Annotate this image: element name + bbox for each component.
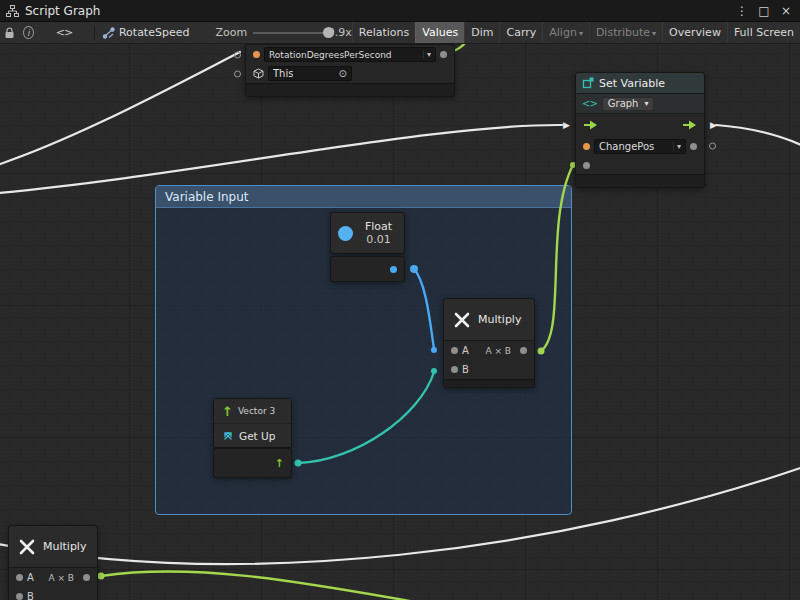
input-a-label: A [462,345,469,356]
toolbar-button-values[interactable]: Values [415,22,464,44]
name-port[interactable] [583,143,590,150]
node-title: Get Up [239,430,275,442]
multiply-icon [453,311,471,329]
wire-flow-from-set-variable[interactable] [716,125,800,150]
node-header[interactable]: Multiply [9,526,97,568]
chevron-down-icon: ▾ [652,29,656,38]
output-label: A × B [48,573,74,583]
code-icon[interactable]: <> [56,26,72,39]
output-port[interactable] [520,347,527,354]
kind-dropdown[interactable]: Graph ▾ [602,97,655,111]
toolbar-button-dim[interactable]: Dim [464,22,499,44]
get-up-title-row: Get Up [214,423,291,447]
value-output-port[interactable] [440,51,447,58]
node-title: Set Variable [599,77,665,90]
window-menu-icon[interactable]: ⋮ [734,4,750,18]
input-b-port[interactable] [16,593,23,600]
get-up-output-strip[interactable]: ↑ [213,448,292,478]
name-port[interactable] [253,51,260,58]
input-a-label: A [27,572,34,583]
node-header[interactable]: Multiply [444,299,534,341]
graph-canvas[interactable]: Variable Input RotationDegre [0,44,800,600]
multiply-node[interactable]: Multiply A A × B B [443,298,535,388]
get-up-icon [222,430,234,442]
output-port[interactable] [83,574,90,581]
input-b-row: B [444,360,534,379]
input-a-row: A A × B [444,341,534,360]
multiply-node-2[interactable]: Multiply A A × B B [8,525,98,600]
multiply-icon [18,538,36,556]
group-header[interactable]: Variable Input [156,186,571,208]
get-up-node[interactable]: ↑ Vector 3 Get Up [213,398,292,448]
toolbar-button-align[interactable]: Align▾ [542,22,589,44]
window-title: Script Graph [25,4,100,18]
graph-asset-icon [103,27,115,39]
input-b-row: B [9,587,97,600]
button-label: Full Screen [734,26,794,39]
toolbar-button-carry[interactable]: Carry [499,22,542,44]
variable-name-dropdown[interactable]: ChangePos ▾ [594,139,686,154]
target-object-field[interactable]: This ⊙ [268,66,352,81]
window-titlebar: Script Graph ⋮ □ × [0,0,800,22]
node-title: Multiply [43,540,86,553]
node-title: Multiply [478,313,521,326]
toolbar-button-overview[interactable]: Overview [662,22,727,44]
window-maximize-icon[interactable]: □ [756,4,772,18]
float-node[interactable]: Float 0.01 [330,212,405,254]
get-variable-node[interactable]: RotationDegreesPerSecond ▾ This ⊙ [245,44,455,97]
wire-multiply2-out[interactable] [101,571,462,600]
target-row: This ⊙ [246,64,454,83]
input-port[interactable] [234,51,241,58]
zoom-slider[interactable] [253,22,323,44]
toolbar-button-distribute[interactable]: Distribute▾ [589,22,662,44]
variable-name-row: ChangePos ▾ [576,136,704,156]
output-port[interactable] [709,143,716,150]
value-output-port[interactable] [690,143,697,150]
input-b-port[interactable] [451,366,458,373]
flow-out-arrow-icon[interactable] [682,120,697,130]
object-picker-icon[interactable]: ⊙ [339,68,347,79]
group-title: Variable Input [165,190,248,204]
input-a-row: A A × B [9,568,97,587]
toolbar-button-relations[interactable]: Relations [352,22,416,44]
wire-flow-to-set-variable[interactable] [0,125,562,194]
float-type-label: Float [365,220,392,233]
variable-name-row: RotationDegreesPerSecond ▾ [246,45,454,64]
button-label: Align [549,26,577,39]
output-label: A × B [485,346,511,356]
float-value[interactable]: 0.01 [366,233,391,246]
graph-toolbar: i <> RotateSpeed Zoom 0.9x Relations Val… [0,22,800,44]
input-a-port[interactable] [16,574,23,581]
flow-out-triangle[interactable]: ▶ [710,121,717,130]
float-output-port[interactable] [390,266,397,273]
zoom-slider-handle[interactable] [323,27,334,38]
info-icon[interactable]: i [23,26,34,39]
flow-in-arrow-icon[interactable] [583,120,598,130]
variable-name-dropdown[interactable]: RotationDegreesPerSecond ▾ [264,47,436,62]
toolbar-button-fullscreen[interactable]: Full Screen [727,22,800,44]
flow-in-triangle[interactable]: ▶ [563,121,570,130]
window-close-icon[interactable]: × [778,4,794,18]
node-header[interactable]: Set Variable [576,73,704,94]
input-port[interactable] [234,70,241,77]
float-output-strip[interactable] [330,256,405,282]
vector-output-row: ↑ [214,449,291,477]
vector-type-row: ↑ Vector 3 [214,399,291,423]
chevron-down-icon: ▾ [673,142,681,151]
variable-kind-icon: <> [582,98,597,109]
graph-name-breadcrumb[interactable]: RotateSpeed [119,26,190,39]
lock-icon[interactable] [4,27,15,39]
button-label: Overview [669,26,721,39]
wire-flow-to-get-variable[interactable] [0,52,240,168]
input-b-label: B [27,591,34,600]
input-b-label: B [462,364,469,375]
vector-type-label: Vector 3 [238,406,275,416]
node-footer [444,379,534,387]
vector-output-port-icon[interactable]: ↑ [275,458,284,469]
zoom-slider-track[interactable] [253,32,323,34]
input-a-port[interactable] [451,347,458,354]
value-input-port[interactable] [583,162,590,169]
set-variable-node[interactable]: Set Variable <> Graph ▾ ▶ ▶ ChangePos ▾ [575,72,705,188]
button-label: Dim [471,26,493,39]
target-value: This [273,68,293,79]
